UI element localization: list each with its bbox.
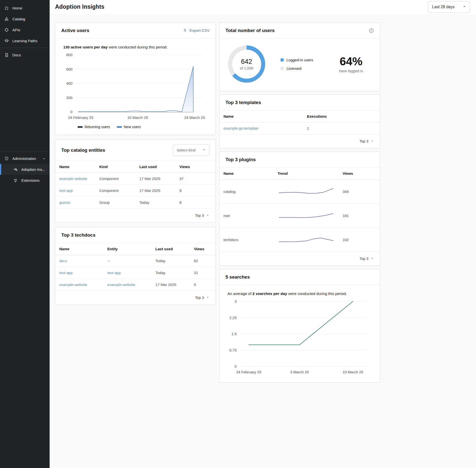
entity-link[interactable]: guests <box>59 200 70 205</box>
card-title: Total number of users <box>225 28 275 33</box>
entity-link[interactable]: test-app <box>59 188 73 193</box>
card-title: Top 3 templates <box>225 100 261 105</box>
column-header: Name <box>220 168 274 180</box>
rows-per-page-select[interactable]: Top 3 <box>220 252 380 266</box>
table-row: example-website Component 17 Mar 2025 37 <box>55 173 216 185</box>
svg-text:3 March 25: 3 March 25 <box>290 370 309 374</box>
rows-per-page-label: Top 3 <box>195 296 204 300</box>
cell-views: 181 <box>339 204 380 228</box>
table-row: example-go-template 1 <box>220 122 380 134</box>
rows-per-page-label: Top 3 <box>360 257 368 261</box>
catalog-entities-table: Name Kind Last used Views example-websit… <box>55 161 216 209</box>
column-header: Views <box>339 168 380 180</box>
caret-down-icon <box>206 295 210 300</box>
template-link[interactable]: example-go-template <box>223 126 258 130</box>
card-title: Active users <box>61 28 89 33</box>
techdoc-link[interactable]: example-website <box>59 283 87 287</box>
column-header: Kind <box>95 161 136 173</box>
sidebar-item-catalog[interactable]: Catalog <box>0 13 50 24</box>
cell-plugin-name: catalog <box>220 180 274 204</box>
table-row: docs -- Today 62 <box>55 255 216 267</box>
column-header: Trend <box>274 168 339 180</box>
cell-views: 9 <box>176 185 216 197</box>
plugin-trend-sparkline <box>278 234 335 245</box>
table-row: techdocs 102 <box>220 228 380 252</box>
sidebar-item-apis[interactable]: APIs <box>0 24 50 35</box>
column-header: Last used <box>152 243 190 255</box>
cell-views: 344 <box>339 180 380 204</box>
cell-kind: Component <box>95 185 136 197</box>
info-icon[interactable] <box>369 28 374 33</box>
plug-icon <box>13 178 18 183</box>
shield-exclamation-icon <box>4 156 9 161</box>
total-users-card: Total number of users 642 of 1,000 Logge… <box>219 22 380 91</box>
rows-per-page-select[interactable]: Top 3 <box>220 134 380 148</box>
sidebar-item-label: Learning Paths <box>12 39 37 43</box>
export-csv-button[interactable]: Export CSV <box>183 28 210 33</box>
legend-swatch-licensed <box>281 67 284 70</box>
active-users-summary: 130 active users per day were conducted … <box>63 45 208 49</box>
date-range-select[interactable]: Last 28 days <box>428 1 470 13</box>
entity-link[interactable]: test-app <box>107 271 121 275</box>
sidebar-item-extensions[interactable]: Extensions <box>0 175 50 186</box>
cell-executions: 1 <box>303 122 380 134</box>
techdoc-link[interactable]: test-app <box>59 271 73 275</box>
logged-in-percent-caption: have logged in <box>339 69 363 73</box>
table-row: test-app test-app Today 31 <box>55 267 216 279</box>
donut-chart: 642 of 1,000 <box>228 45 265 83</box>
techdoc-link[interactable]: docs <box>59 259 67 263</box>
svg-text:24 February 25: 24 February 25 <box>68 115 94 120</box>
sidebar-item-label: Administration <box>12 156 36 161</box>
donut-caption: of 1,000 <box>240 66 253 70</box>
column-header: Views <box>176 161 216 173</box>
table-row: root 181 <box>220 204 380 228</box>
svg-text:400: 400 <box>66 81 72 85</box>
sidebar-item-administration[interactable]: Administration <box>0 153 50 164</box>
svg-text:800: 800 <box>66 53 72 57</box>
svg-text:24 February 25: 24 February 25 <box>236 370 261 374</box>
column-header: Name <box>55 243 103 255</box>
svg-text:0.75: 0.75 <box>229 348 237 352</box>
svg-text:3: 3 <box>235 299 237 303</box>
logged-in-percent-block: 64% have logged in <box>339 55 370 73</box>
column-header: Name <box>55 161 95 173</box>
cell-last-used: Today <box>135 197 176 209</box>
sidebar-item-learning-paths[interactable]: Learning Paths <box>0 35 50 46</box>
dashboard-content: Active users Export CSV 130 active users… <box>50 14 476 397</box>
plugin-trend-sparkline <box>278 186 335 197</box>
sidebar-item-home[interactable]: Home <box>0 2 50 13</box>
sidebar-item-adoption-insights[interactable]: Adoption Ins... <box>0 164 50 175</box>
sidebar-divider <box>0 48 50 48</box>
techdocs-table: Name Entity Last used Views docs -- Toda… <box>55 243 216 291</box>
searches-card: 5 searches An average of 2 searches per … <box>219 269 380 383</box>
card-title: Top 3 plugins <box>225 157 256 162</box>
rows-per-page-label: Top 3 <box>360 139 368 143</box>
sidebar-item-label: Home <box>12 6 22 10</box>
column-header: Views <box>190 243 216 255</box>
svg-text:0: 0 <box>235 364 237 368</box>
kind-select[interactable]: Select kind <box>173 144 210 156</box>
caret-down-icon <box>206 213 210 218</box>
cell-views: 8 <box>176 197 216 209</box>
svg-text:1.5: 1.5 <box>231 332 237 336</box>
svg-text:0: 0 <box>70 110 72 114</box>
cell-views: 31 <box>190 267 216 279</box>
active-users-card: Active users Export CSV 130 active users… <box>55 22 216 135</box>
sidebar: Home Catalog APIs Learning Paths Docs Ad… <box>0 0 50 468</box>
cell-views: 5 <box>190 279 216 291</box>
rows-per-page-select[interactable]: Top 3 <box>55 209 216 222</box>
column-header: Executions <box>303 110 380 122</box>
rows-per-page-select[interactable]: Top 3 <box>55 291 216 305</box>
cell-views: 102 <box>339 228 380 252</box>
entity-link[interactable]: example-website <box>59 177 87 181</box>
kind-select-placeholder: Select kind <box>177 148 195 152</box>
sidebar-item-docs[interactable]: Docs <box>0 49 50 60</box>
entity-link[interactable]: example-website <box>107 283 135 287</box>
query-stats-icon <box>13 167 18 172</box>
caret-down-icon <box>202 147 206 153</box>
chart-legend: Returning users New users <box>78 125 208 129</box>
donut-value: 642 <box>241 58 252 66</box>
cell-entity: -- <box>103 255 152 267</box>
sidebar-item-label: Extensions <box>21 178 39 182</box>
page-header: Adoption Insights Last 28 days <box>50 0 476 14</box>
